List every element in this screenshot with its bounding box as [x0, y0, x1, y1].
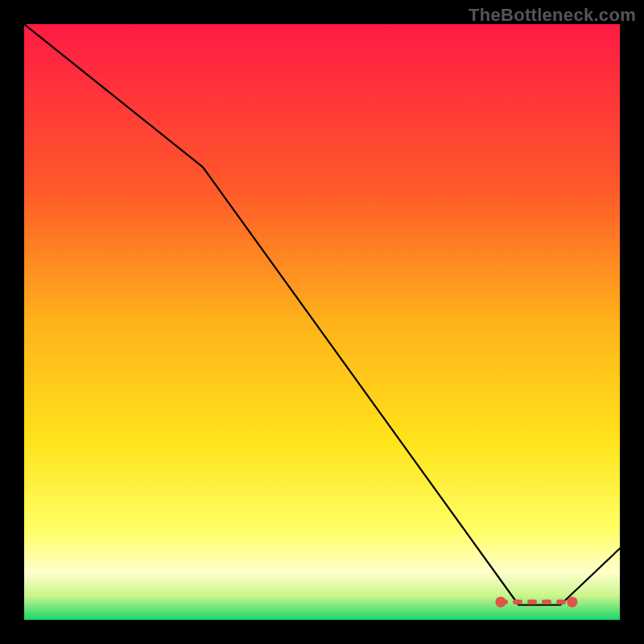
gradient-background	[24, 24, 620, 620]
chart-frame: TheBottleneck.com	[0, 0, 644, 644]
optimal-range-end-dot	[567, 597, 577, 607]
optimal-range-start-dot	[495, 597, 506, 607]
bottleneck-plot	[24, 24, 620, 620]
watermark-text: TheBottleneck.com	[469, 5, 636, 26]
